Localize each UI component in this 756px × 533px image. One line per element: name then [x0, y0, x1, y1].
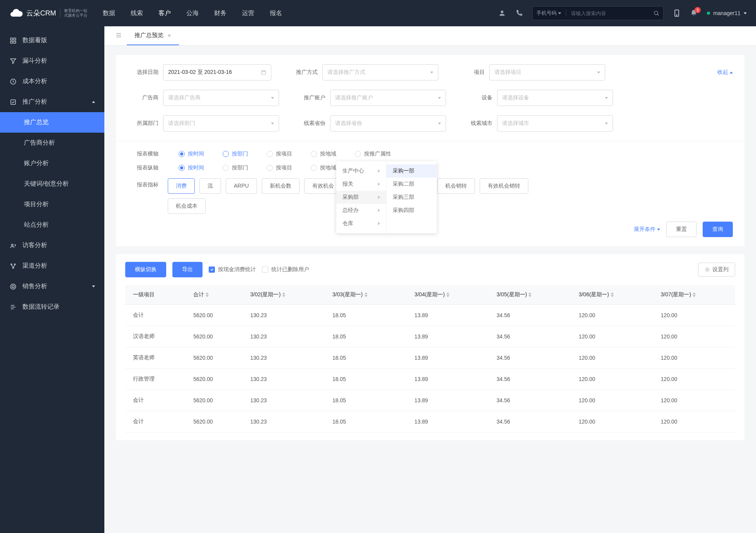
date-range-picker[interactable]: 2021-03-02 至 2021-03-16 — [163, 64, 271, 80]
sidebar-toggle[interactable] — [111, 27, 127, 44]
metric-button[interactable]: 机会销转 — [437, 178, 475, 194]
sidebar-subitem[interactable]: 账户分析 — [0, 153, 104, 174]
phone-icon[interactable] — [515, 9, 523, 17]
table-cell: 13.89 — [407, 305, 489, 326]
sidebar-subitem[interactable]: 推广总览 — [0, 112, 104, 133]
table-header[interactable]: 3/02(星期一) — [243, 285, 325, 305]
table-cell: 5620.00 — [186, 369, 242, 390]
cascade-item[interactable]: 总经办 — [336, 204, 386, 217]
notification-badge: 5 — [695, 7, 701, 13]
metric-button[interactable]: 有效机会销转 — [480, 178, 528, 194]
sidebar-item[interactable]: 漏斗分析 — [0, 51, 104, 71]
chevron-right-icon — [378, 209, 380, 212]
user-icon[interactable] — [498, 9, 506, 17]
cascade-item[interactable]: 采购二部 — [387, 178, 437, 191]
mobile-icon[interactable] — [673, 8, 681, 18]
sidebar-item[interactable]: 数据看版 — [0, 30, 104, 51]
cascade-item[interactable]: 采购部 — [336, 191, 386, 204]
sidebar-subitem[interactable]: 关键词/创意分析 — [0, 174, 104, 194]
query-button[interactable]: 查询 — [703, 222, 733, 237]
radio-option[interactable]: 按时间 — [179, 164, 204, 171]
cash-stat-checkbox[interactable]: 按现金消费统计 — [209, 266, 256, 273]
export-button[interactable]: 导出 — [172, 262, 203, 277]
radio-option[interactable]: 按时间 — [179, 150, 204, 157]
sidebar-subitem[interactable]: 项目分析 — [0, 194, 104, 215]
expand-conditions[interactable]: 展开条件 — [634, 226, 660, 233]
cascade-item[interactable]: 采购四部 — [387, 204, 437, 217]
column-settings-button[interactable]: 设置列 — [698, 263, 735, 277]
sidebar-item[interactable]: 渠道分析 — [0, 256, 104, 276]
table-header[interactable]: 3/05(星期一) — [489, 285, 571, 305]
province-label: 线索省份 — [295, 120, 325, 127]
top-nav-item[interactable]: 财务 — [214, 9, 226, 17]
cascade-item[interactable]: 报关 — [336, 178, 386, 191]
radio-option[interactable]: 按地域 — [311, 150, 336, 157]
toggle-axis-button[interactable]: 横纵切换 — [125, 262, 166, 277]
sidebar-item[interactable]: 成本分析 — [0, 71, 104, 92]
table-header[interactable]: 一级项目 — [125, 285, 186, 305]
metric-button[interactable]: ARPU — [226, 178, 257, 194]
calendar-icon — [261, 70, 266, 75]
radio-option[interactable]: 按地域 — [311, 164, 336, 171]
city-select[interactable]: 请选择城市 — [497, 115, 613, 132]
radio-option[interactable]: 按推广属性 — [355, 150, 391, 157]
sidebar-subitem[interactable]: 广告商分析 — [0, 133, 104, 153]
collapse-filters[interactable]: 收起 — [717, 69, 733, 76]
advertiser-select[interactable]: 请选择广告商 — [163, 90, 279, 106]
deleted-stat-checkbox[interactable]: 统计已删除用户 — [262, 266, 309, 273]
account-select[interactable]: 请选择推广账户 — [330, 90, 446, 106]
top-nav-item[interactable]: 报名 — [270, 9, 282, 17]
radio-option[interactable]: 按部门 — [223, 150, 248, 157]
table-header[interactable]: 3/07(星期一) — [653, 285, 735, 305]
table-header[interactable]: 3/06(星期一) — [571, 285, 653, 305]
cascade-item[interactable]: 生产中心 — [336, 164, 386, 178]
table-cell: 5620.00 — [186, 305, 242, 326]
device-select[interactable]: 请选择设备 — [497, 90, 613, 106]
search-icon[interactable] — [653, 10, 659, 16]
top-nav-item[interactable]: 公海 — [186, 9, 199, 17]
top-nav-item[interactable]: 运营 — [242, 9, 254, 17]
table-header[interactable]: 合计 — [186, 285, 242, 305]
radio-option[interactable]: 按部门 — [223, 164, 248, 171]
table-cell: 120.00 — [653, 390, 735, 411]
close-icon[interactable]: ✕ — [167, 33, 171, 38]
table-cell: 13.89 — [407, 411, 489, 432]
table-cell: 34.56 — [489, 369, 571, 390]
reset-button[interactable]: 重置 — [666, 222, 696, 237]
dept-select[interactable]: 请选择部门 — [163, 115, 279, 132]
table-cell: 34.56 — [489, 390, 571, 411]
top-nav-item[interactable]: 数据 — [103, 9, 115, 17]
sidebar-item[interactable]: 访客分析 — [0, 235, 104, 256]
table-row: 行政管理5620.00130.2318.0513.8934.56120.0012… — [125, 369, 735, 390]
metric-button[interactable]: 流 — [199, 178, 221, 194]
cascade-item[interactable]: 采购一部 — [387, 164, 437, 178]
table-header[interactable]: 3/04(星期一) — [407, 285, 489, 305]
sidebar-subitem[interactable]: 站点分析 — [0, 215, 104, 235]
tab-label: 推广总预览 — [135, 32, 163, 39]
top-nav-item[interactable]: 线索 — [131, 9, 143, 17]
table-header[interactable]: 3/03(星期一) — [325, 285, 407, 305]
sidebar-item[interactable]: 销售分析 — [0, 276, 104, 297]
search-input[interactable] — [571, 10, 653, 16]
metric-button[interactable]: 消费 — [168, 178, 195, 194]
cascade-item[interactable]: 仓库 — [336, 217, 386, 230]
sidebar-item[interactable]: 推广分析 — [0, 92, 104, 112]
search-box[interactable]: 手机号码 — [532, 6, 664, 20]
promo-method-select[interactable]: 请选择推广方式 — [322, 64, 438, 80]
table-cell: 130.23 — [243, 305, 325, 326]
radio-option[interactable]: 按项目 — [267, 164, 292, 171]
notification-bell[interactable]: 5 — [690, 9, 698, 17]
tab-promo-overview[interactable]: 推广总预览 ✕ — [127, 26, 179, 45]
radio-icon — [223, 151, 229, 157]
top-nav-item[interactable]: 客户 — [158, 9, 171, 17]
sidebar-item[interactable]: 数据流转记录 — [0, 297, 104, 317]
cascade-item[interactable]: 采购三部 — [387, 191, 437, 204]
search-type-select[interactable]: 手机号码 — [536, 10, 566, 17]
metric-button[interactable]: 新机会数 — [262, 178, 300, 194]
table-cell: 130.23 — [243, 347, 325, 369]
project-select[interactable]: 请选择项目 — [489, 64, 605, 80]
radio-option[interactable]: 按项目 — [267, 150, 292, 157]
metric-button[interactable]: 机会成本 — [168, 198, 206, 214]
user-menu[interactable]: manager11 — [707, 10, 747, 16]
province-select[interactable]: 请选择省份 — [330, 115, 446, 132]
